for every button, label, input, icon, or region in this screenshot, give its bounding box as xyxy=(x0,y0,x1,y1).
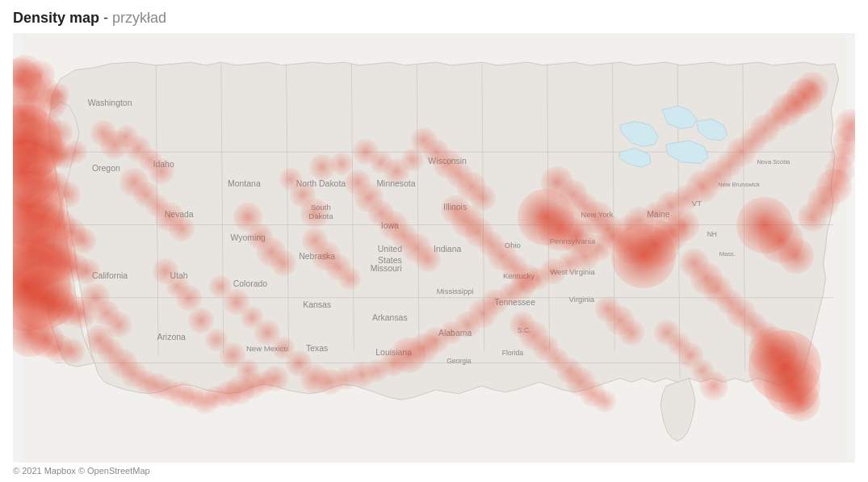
svg-text:Kentucky: Kentucky xyxy=(503,271,535,280)
svg-text:Wisconsin: Wisconsin xyxy=(428,157,467,166)
svg-text:Mass.: Mass. xyxy=(719,250,736,258)
svg-text:Nova Scotia: Nova Scotia xyxy=(757,158,790,166)
svg-text:Tennessee: Tennessee xyxy=(494,298,535,307)
svg-text:Nevada: Nevada xyxy=(165,210,194,219)
svg-text:Virginia: Virginia xyxy=(569,295,595,304)
svg-text:Dakota: Dakota xyxy=(308,212,333,220)
svg-text:Maine: Maine xyxy=(647,210,670,219)
svg-text:Indiana: Indiana xyxy=(434,245,461,254)
svg-text:Texas: Texas xyxy=(306,344,328,353)
svg-text:Washington: Washington xyxy=(88,98,132,107)
svg-text:Wyoming: Wyoming xyxy=(230,233,266,242)
svg-text:New Mexico: New Mexico xyxy=(246,344,288,353)
title-main: Density map xyxy=(13,10,99,26)
map-attribution: © 2021 Mapbox © OpenStreetMap xyxy=(13,466,855,476)
svg-text:West Virginia: West Virginia xyxy=(550,267,595,276)
svg-text:Nebraska: Nebraska xyxy=(299,252,335,261)
svg-text:NH: NH xyxy=(707,230,717,238)
svg-text:Mississippi: Mississippi xyxy=(437,287,474,295)
svg-text:Florida: Florida xyxy=(502,349,523,357)
svg-text:North Dakota: North Dakota xyxy=(296,179,346,188)
svg-text:States: States xyxy=(378,256,402,265)
svg-text:New Brunswick: New Brunswick xyxy=(718,181,760,188)
app-container: Density map - przykład xyxy=(0,0,868,482)
svg-text:Iowa: Iowa xyxy=(381,221,399,230)
svg-text:Louisiana: Louisiana xyxy=(375,348,412,357)
svg-text:Alabama: Alabama xyxy=(438,329,472,337)
svg-text:Idaho: Idaho xyxy=(153,160,174,169)
svg-text:Pennsylvania: Pennsylvania xyxy=(550,237,596,245)
svg-text:Missouri: Missouri xyxy=(371,264,402,273)
svg-text:S.C.: S.C. xyxy=(518,326,531,334)
svg-text:Ohio: Ohio xyxy=(505,241,521,249)
svg-text:Georgia: Georgia xyxy=(447,357,472,365)
svg-text:United: United xyxy=(378,245,402,254)
svg-text:Minnesota: Minnesota xyxy=(376,179,415,188)
svg-text:Colorado: Colorado xyxy=(233,279,268,288)
map-svg: Washington Oregon California Idaho Nevad… xyxy=(13,33,855,463)
svg-text:New York: New York xyxy=(581,210,613,219)
map-container: Washington Oregon California Idaho Nevad… xyxy=(13,33,855,463)
page-title: Density map - przykład xyxy=(13,10,855,27)
svg-text:VT: VT xyxy=(692,199,702,207)
svg-text:Utah: Utah xyxy=(170,271,188,280)
svg-text:Kansas: Kansas xyxy=(303,300,331,309)
svg-text:Illinois: Illinois xyxy=(443,203,467,212)
svg-text:South: South xyxy=(311,203,331,212)
svg-text:Oregon: Oregon xyxy=(92,164,120,173)
svg-text:California: California xyxy=(92,271,128,280)
title-sub: przykład xyxy=(112,10,166,26)
title-separator: - xyxy=(99,10,112,26)
svg-text:Montana: Montana xyxy=(228,179,261,188)
svg-text:Arkansas: Arkansas xyxy=(372,313,408,322)
svg-text:Arizona: Arizona xyxy=(157,333,186,342)
